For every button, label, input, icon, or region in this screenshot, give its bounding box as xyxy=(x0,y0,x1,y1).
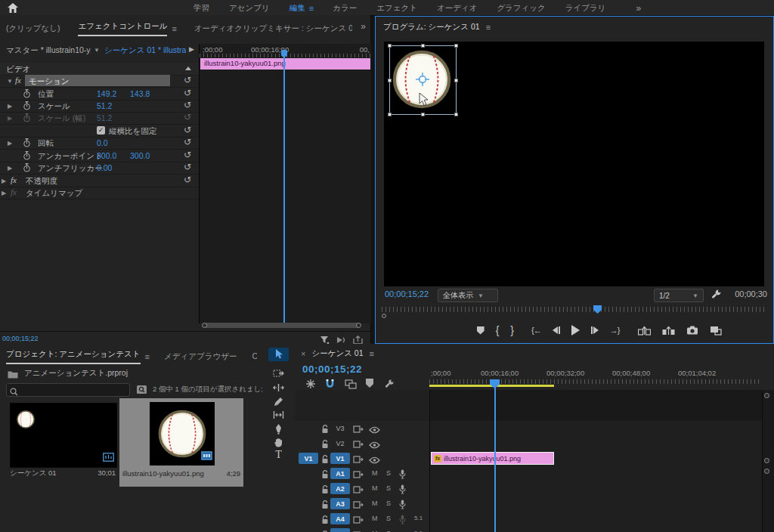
export-frame-button[interactable] xyxy=(686,326,698,335)
eye-icon[interactable] xyxy=(369,453,380,467)
project-item-thumbnail-png[interactable] xyxy=(150,402,215,466)
uniform-scale-label[interactable]: 縦横比を固定 xyxy=(109,126,156,137)
program-monitor-tab[interactable]: プログラム: シーケンス 01 xyxy=(383,22,480,32)
chevron-right-icon[interactable]: ▶ xyxy=(8,140,12,147)
reset-icon[interactable]: ↺ xyxy=(184,162,191,172)
transform-handle[interactable] xyxy=(388,113,392,116)
anchor-y-value[interactable]: 300.0 xyxy=(130,151,150,160)
ripple-edit-tool[interactable] xyxy=(262,381,295,394)
panel-menu-icon[interactable]: ≡ xyxy=(486,23,490,32)
selection-tool[interactable] xyxy=(262,348,295,361)
transform-handle[interactable] xyxy=(421,113,425,116)
workspace-tab-libraries[interactable]: ライブラリ xyxy=(565,3,606,14)
mute-button[interactable]: M xyxy=(372,469,378,477)
workspace-menu-icon[interactable]: ≡ xyxy=(309,4,313,13)
mic-icon[interactable] xyxy=(399,484,406,497)
scrollbar-handle[interactable] xyxy=(764,393,769,398)
scrollbar-handle[interactable] xyxy=(764,458,769,463)
rotation-value[interactable]: 0.0 xyxy=(97,138,108,147)
sync-lock-icon[interactable] xyxy=(353,529,364,532)
solo-button[interactable]: S xyxy=(386,515,391,522)
lift-button[interactable] xyxy=(638,326,651,336)
position-y-value[interactable]: 143.8 xyxy=(130,89,150,98)
anchor-point-crosshair[interactable] xyxy=(416,73,429,89)
lock-icon[interactable] xyxy=(321,423,329,437)
chevron-right-icon[interactable]: ▶ xyxy=(8,103,12,110)
track-target-a1[interactable]: A1 xyxy=(330,468,350,479)
tab-audio-clip-mixer[interactable]: オーディオクリップミキサー : シーケンス 01 xyxy=(194,23,352,34)
reset-icon[interactable]: ↺ xyxy=(184,100,191,110)
workspace-tab-learning[interactable]: 学習 xyxy=(194,3,209,14)
lock-icon[interactable] xyxy=(321,438,329,452)
transform-handle[interactable] xyxy=(454,79,458,82)
track-target-a4[interactable]: A4 xyxy=(330,513,350,524)
mute-button[interactable]: M xyxy=(372,500,378,507)
chevron-right-icon[interactable]: ▶ xyxy=(2,178,6,184)
timeline-vertical-scrollbar[interactable] xyxy=(762,390,771,532)
track-target-v1[interactable]: V1 xyxy=(330,453,350,464)
antiflicker-value[interactable]: 0.00 xyxy=(97,163,112,172)
razor-tool[interactable] xyxy=(262,394,295,408)
panel-tab-overflow-icon[interactable]: » xyxy=(361,21,366,32)
tab-media-browser[interactable]: メディアブラウザー xyxy=(164,351,237,362)
stopwatch-icon[interactable] xyxy=(23,89,31,100)
workspace-tab-audio[interactable]: オーディオ xyxy=(437,3,477,14)
program-timecode[interactable]: 00;00;15;22 xyxy=(385,289,429,298)
mark-out-button[interactable]: } xyxy=(510,324,514,336)
timeline-sequence-tab[interactable]: シーケンス 01 xyxy=(311,348,363,359)
mic-icon[interactable] xyxy=(399,514,406,527)
sync-lock-icon[interactable] xyxy=(353,514,364,527)
scrollbar-right-handle[interactable] xyxy=(356,323,361,328)
chevron-right-icon[interactable]: ▶ xyxy=(2,190,6,196)
sync-lock-icon[interactable] xyxy=(353,423,364,437)
reset-icon[interactable]: ↺ xyxy=(184,75,191,85)
hand-tool[interactable] xyxy=(262,435,295,449)
type-tool[interactable]: T xyxy=(262,448,295,462)
playback-resolution-dropdown[interactable]: 1/2 ▼ xyxy=(654,289,704,302)
lock-icon[interactable] xyxy=(321,469,329,482)
reset-icon[interactable]: ↺ xyxy=(184,137,191,147)
scrollbar-left-handle[interactable] xyxy=(202,323,207,328)
master-clip-label[interactable]: マスター * illustrain10-yak... xyxy=(6,45,91,56)
add-marker-icon[interactable] xyxy=(366,379,373,388)
reset-icon[interactable]: ↺ xyxy=(184,88,191,98)
home-icon[interactable] xyxy=(8,2,18,16)
sync-lock-icon[interactable] xyxy=(353,499,364,512)
timeline-clip[interactable]: fx illustrain10-yakyuu01.png xyxy=(431,452,554,465)
source-patch-v1[interactable]: V1 xyxy=(299,453,318,464)
chevron-down-icon[interactable]: ▼ xyxy=(94,47,100,54)
step-back-button[interactable] xyxy=(553,326,560,334)
mic-icon[interactable] xyxy=(399,469,406,482)
workspace-tab-color[interactable]: カラー xyxy=(333,3,357,14)
chevron-down-icon[interactable]: ▼ xyxy=(7,78,13,85)
project-item-thumbnail-sequence[interactable] xyxy=(10,403,117,468)
slip-tool[interactable] xyxy=(262,408,295,422)
mark-in-button[interactable]: { xyxy=(496,324,500,336)
mic-icon[interactable] xyxy=(399,499,406,512)
track-select-forward-tool[interactable] xyxy=(262,367,295,380)
sync-lock-icon[interactable] xyxy=(353,484,364,497)
program-scrub-ruler[interactable] xyxy=(382,307,767,312)
track-target-v2[interactable]: V2 xyxy=(330,438,350,449)
step-forward-button[interactable] xyxy=(591,326,599,334)
workspace-tab-graphics[interactable]: グラフィック xyxy=(497,3,545,14)
stopwatch-icon[interactable] xyxy=(23,138,31,149)
comparison-view-button[interactable] xyxy=(710,326,722,336)
zoom-level-dropdown[interactable]: 全体表示 ▼ xyxy=(438,289,498,302)
track-target-a5[interactable]: A5 xyxy=(330,528,350,532)
workspace-tab-editing[interactable]: 編集 xyxy=(289,3,305,14)
solo-button[interactable]: S xyxy=(386,500,391,507)
extract-button[interactable] xyxy=(662,326,675,336)
effect-controls-timecode[interactable]: 00;00;15;22 xyxy=(2,335,39,342)
go-to-in-button[interactable]: {← xyxy=(531,326,541,335)
track-target-a2[interactable]: A2 xyxy=(330,483,350,494)
effect-opacity-label[interactable]: 不透明度 xyxy=(26,176,57,187)
tab-project[interactable]: プロジェクト: アニメーションテスト xyxy=(6,349,141,364)
lock-icon[interactable] xyxy=(321,484,329,497)
eye-icon[interactable] xyxy=(369,438,380,452)
sequence-clip-label[interactable]: シーケンス 01 * illustrai... xyxy=(104,45,186,56)
mini-playhead-line[interactable] xyxy=(283,56,285,323)
horizontal-scrollbar[interactable] xyxy=(204,323,359,328)
sync-lock-icon[interactable] xyxy=(353,438,364,452)
effect-mini-timeline[interactable]: ;00;00 00;00;16;00 00, illustrain10-yaky… xyxy=(199,44,371,323)
